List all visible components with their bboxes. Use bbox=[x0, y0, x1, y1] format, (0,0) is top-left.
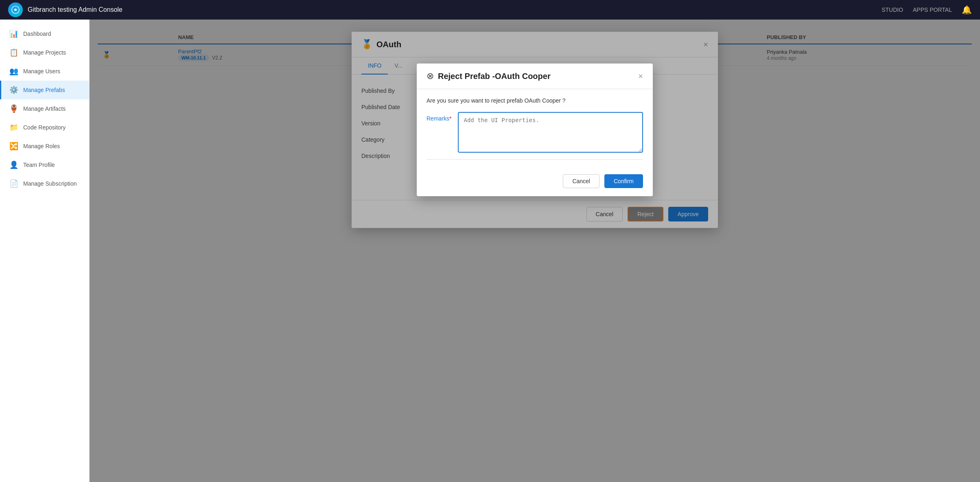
inner-confirm-button[interactable]: Confirm bbox=[604, 174, 643, 188]
projects-icon: 📋 bbox=[9, 48, 18, 57]
main-layout: 📊 Dashboard 📋 Manage Projects 👥 Manage U… bbox=[0, 20, 980, 482]
reject-icon: ⊗ bbox=[427, 71, 434, 81]
required-asterisk: * bbox=[449, 115, 451, 122]
apps-portal-link[interactable]: APPS PORTAL bbox=[913, 7, 952, 13]
sidebar-item-code-repository[interactable]: 📁 Code Repository bbox=[0, 118, 89, 137]
sidebar-item-team-profile[interactable]: 👤 Team Profile bbox=[0, 156, 89, 174]
sidebar-item-label: Manage Projects bbox=[23, 49, 66, 56]
inner-cancel-button[interactable]: Cancel bbox=[563, 174, 599, 188]
sidebar-item-label: Dashboard bbox=[23, 31, 51, 37]
artifacts-icon: 🏺 bbox=[9, 104, 18, 113]
inner-modal: ⊗ Reject Prefab -OAuth Cooper × Are you … bbox=[417, 64, 653, 196]
content-area: NAME CATEGORY DESCRIPTION PUBLISHED BY 🏅… bbox=[90, 20, 980, 482]
sidebar-item-label: Code Repository bbox=[23, 124, 66, 131]
remarks-label: Remarks* bbox=[427, 112, 451, 122]
subscription-icon: 📄 bbox=[9, 179, 18, 188]
sidebar: 📊 Dashboard 📋 Manage Projects 👥 Manage U… bbox=[0, 20, 90, 482]
inner-modal-overlay: ⊗ Reject Prefab -OAuth Cooper × Are you … bbox=[352, 32, 718, 228]
sidebar-item-label: Team Profile bbox=[23, 162, 55, 168]
outer-modal: 🏅 OAuth × INFO V... Published By Publish… bbox=[352, 32, 718, 228]
dashboard-icon: 📊 bbox=[9, 29, 18, 38]
sidebar-item-label: Manage Users bbox=[23, 68, 60, 74]
inner-modal-close-button[interactable]: × bbox=[638, 72, 643, 81]
roles-icon: 🔀 bbox=[9, 142, 18, 151]
users-icon: 👥 bbox=[9, 67, 18, 76]
app-logo bbox=[8, 2, 23, 17]
sidebar-item-manage-subscription[interactable]: 📄 Manage Subscription bbox=[0, 174, 89, 193]
sidebar-item-label: Manage Roles bbox=[23, 143, 60, 149]
topbar: Gitbranch testing Admin Console STUDIO A… bbox=[0, 0, 980, 20]
sidebar-item-label: Manage Subscription bbox=[23, 180, 77, 187]
sidebar-item-manage-users[interactable]: 👥 Manage Users bbox=[0, 62, 89, 81]
sidebar-item-label: Manage Prefabs bbox=[23, 87, 65, 93]
team-icon: 👤 bbox=[9, 160, 18, 169]
repo-icon: 📁 bbox=[9, 123, 18, 132]
notification-bell[interactable]: 🔔 bbox=[962, 5, 972, 15]
sidebar-item-dashboard[interactable]: 📊 Dashboard bbox=[0, 24, 89, 43]
prefabs-icon: ⚙️ bbox=[9, 85, 18, 94]
inner-modal-title: Reject Prefab -OAuth Cooper bbox=[438, 72, 634, 81]
confirm-question-text: Are you sure you want to reject prefab O… bbox=[427, 97, 643, 104]
modal-overlay: 🏅 OAuth × INFO V... Published By Publish… bbox=[90, 20, 980, 482]
sidebar-item-label: Manage Artifacts bbox=[23, 105, 66, 112]
inner-modal-body: Are you sure you want to reject prefab O… bbox=[417, 89, 653, 174]
sidebar-item-manage-roles[interactable]: 🔀 Manage Roles bbox=[0, 137, 89, 156]
remarks-row: Remarks* bbox=[427, 112, 643, 153]
inner-modal-header: ⊗ Reject Prefab -OAuth Cooper × bbox=[417, 64, 653, 89]
sidebar-item-manage-projects[interactable]: 📋 Manage Projects bbox=[0, 43, 89, 62]
studio-link[interactable]: STUDIO bbox=[882, 7, 903, 13]
modal-divider bbox=[427, 159, 643, 160]
app-title: Gitbranch testing Admin Console bbox=[28, 6, 877, 13]
inner-modal-footer: Cancel Confirm bbox=[417, 174, 653, 196]
topbar-right: STUDIO APPS PORTAL 🔔 bbox=[882, 5, 972, 15]
sidebar-item-manage-prefabs[interactable]: ⚙️ Manage Prefabs bbox=[0, 81, 89, 99]
sidebar-item-manage-artifacts[interactable]: 🏺 Manage Artifacts bbox=[0, 99, 89, 118]
remarks-textarea[interactable] bbox=[458, 112, 643, 153]
